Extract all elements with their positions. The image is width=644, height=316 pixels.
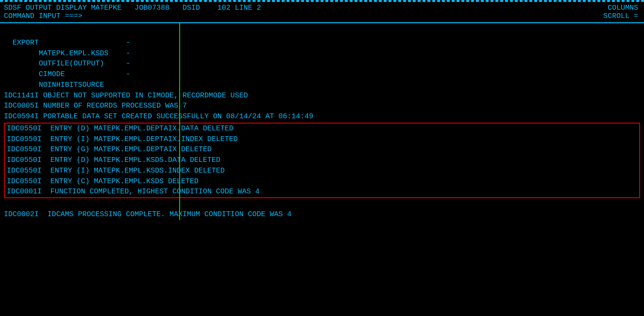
header-columns-label: COLUMNS [608,4,640,12]
terminal-screen: SDSF OUTPUT DISPLAY MATEPKE JOB07388 DSI… [0,0,644,316]
command-input[interactable] [273,12,418,20]
idc0594-line: IDC0594I PORTABLE DATA SET CREATED SUCCE… [4,111,640,122]
idc0550-line-3: IDC0550I ENTRY (G) MATEPK.EMPL.DEPTAIX D… [5,144,639,155]
idc1141-line: IDC1141I OBJECT NOT SUPPORTED IN CIMODE,… [4,91,640,101]
main-content: EXPORT - MATEPK.EMPL.KSDS - OUTFILE(OUTP… [0,23,644,220]
idc0550-line-6: IDC0550I ENTRY (C) MATEPK.EMPL.KSDS DELE… [5,176,639,187]
header-line2: COMMAND INPUT ===> SCROLL = [4,12,640,20]
header-title: SDSF OUTPUT DISPLAY MATEPKE JOB07388 DSI… [4,4,261,12]
green-divider [179,23,180,220]
scroll-label: SCROLL = [603,12,640,20]
blank-line-2 [4,199,640,209]
red-box: IDC0550I ENTRY (D) MATEPK.EMPL.DEPTAIX.D… [4,123,640,198]
pre-lines: EXPORT - MATEPK.EMPL.KSDS - OUTFILE(OUTP… [4,27,640,122]
idc0005-line: IDC0005I NUMBER OF RECORDS PROCESSED WAS… [4,101,640,111]
header: SDSF OUTPUT DISPLAY MATEPKE JOB07388 DSI… [0,1,644,23]
cimode-line: CIMODE - [4,69,640,80]
header-line1: SDSF OUTPUT DISPLAY MATEPKE JOB07388 DSI… [4,4,640,12]
blank-line-1 [4,27,640,38]
command-label: COMMAND INPUT ===> [4,12,87,20]
outfile-line: OUTFILE(OUTPUT) - [4,59,640,69]
idc0002-line: IDC0002I IDCAMS PROCESSING COMPLETE. MAX… [4,209,640,220]
matepk-line: MATEPK.EMPL.KSDS - [4,48,640,59]
bottom-lines: IDC0002I IDCAMS PROCESSING COMPLETE. MAX… [4,199,640,220]
noinhibit-line: NOINHIBITSOURCE [4,80,640,91]
idc0001-line: IDC0001I FUNCTION COMPLETED, HIGHEST CON… [5,187,639,197]
idc0550-line-4: IDC0550I ENTRY (D) MATEPK.EMPL.KSDS.DATA… [5,155,639,166]
export-line: EXPORT - [4,38,640,48]
idc0550-line-2: IDC0550I ENTRY (I) MATEPK.EMPL.DEPTAIX.I… [5,134,639,145]
idc0550-line-1: IDC0550I ENTRY (D) MATEPK.EMPL.DEPTAIX.D… [5,124,639,134]
idc0550-line-5: IDC0550I ENTRY (I) MATEPK.EMPL.KSDS.INDE… [5,166,639,176]
